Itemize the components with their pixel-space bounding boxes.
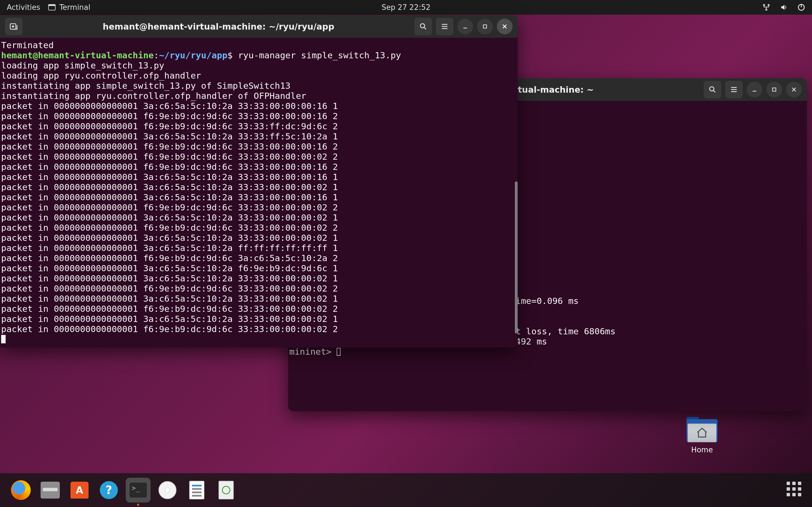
terminal-window-ryu[interactable]: hemant@hemant-virtual-machine: ~/ryu/ryu… <box>0 15 518 348</box>
dock-item-software[interactable] <box>67 478 92 503</box>
help-icon: ? <box>100 481 118 499</box>
dock-item-firefox[interactable] <box>8 478 33 503</box>
new-tab-button[interactable] <box>5 18 22 35</box>
hamburger-menu-button[interactable] <box>725 81 743 98</box>
show-applications-button[interactable] <box>786 482 804 499</box>
desktop-icon-home[interactable]: Home <box>679 417 725 454</box>
terminal-icon <box>48 4 56 10</box>
diskutil-icon <box>218 481 234 499</box>
software-icon <box>70 482 89 499</box>
dock-item-files[interactable] <box>38 478 63 503</box>
texteditor-icon <box>189 481 204 499</box>
datetime-label: Sep 27 22:52 <box>382 3 430 11</box>
network-icon[interactable] <box>762 3 770 11</box>
volume-icon[interactable] <box>780 3 788 11</box>
gnome-topbar: Activities Terminal Sep 27 22:52 <box>0 0 812 15</box>
dock-item-help[interactable]: ? <box>96 478 121 503</box>
power-icon[interactable] <box>797 3 805 11</box>
svg-rect-6 <box>772 88 776 91</box>
firefox-icon <box>11 480 31 500</box>
svg-point-1 <box>768 4 769 6</box>
scrollbar-thumb[interactable] <box>515 181 518 334</box>
files-icon <box>41 482 60 499</box>
dock-item-diskutil[interactable] <box>214 478 239 503</box>
close-button[interactable] <box>786 82 802 98</box>
dock-item-terminal[interactable] <box>126 478 151 503</box>
svg-point-5 <box>710 87 714 91</box>
terminal-output[interactable]: Terminated hemant@hemant-virtual-machine… <box>0 38 518 348</box>
minimize-button[interactable] <box>747 82 762 98</box>
close-button[interactable] <box>497 18 513 34</box>
dock-item-disc[interactable] <box>155 478 180 503</box>
clock[interactable]: Sep 27 22:52 <box>382 3 430 11</box>
search-button[interactable] <box>414 18 432 35</box>
svg-point-2 <box>766 9 767 10</box>
svg-rect-9 <box>483 25 487 28</box>
appmenu-terminal[interactable]: Terminal <box>48 3 91 11</box>
desktop-icon-label: Home <box>679 446 725 454</box>
search-button[interactable] <box>704 81 721 98</box>
hamburger-menu-button[interactable] <box>436 18 453 35</box>
maximize-button[interactable] <box>477 18 493 34</box>
activities-button[interactable]: Activities <box>7 3 40 11</box>
dock: ? <box>0 473 812 507</box>
disc-icon <box>158 481 176 499</box>
svg-point-0 <box>763 4 765 6</box>
dock-item-texteditor[interactable] <box>185 478 209 503</box>
terminal-icon <box>129 482 147 498</box>
maximize-button[interactable] <box>766 82 782 98</box>
svg-point-8 <box>420 24 424 28</box>
appmenu-label: Terminal <box>59 3 91 11</box>
terminal-headerbar: hemant@hemant-virtual-machine: ~/ryu/ryu… <box>0 15 518 38</box>
terminal-title: hemant@hemant-virtual-machine: ~/ryu/ryu… <box>27 22 410 32</box>
minimize-button[interactable] <box>457 18 473 34</box>
folder-icon <box>687 417 718 442</box>
